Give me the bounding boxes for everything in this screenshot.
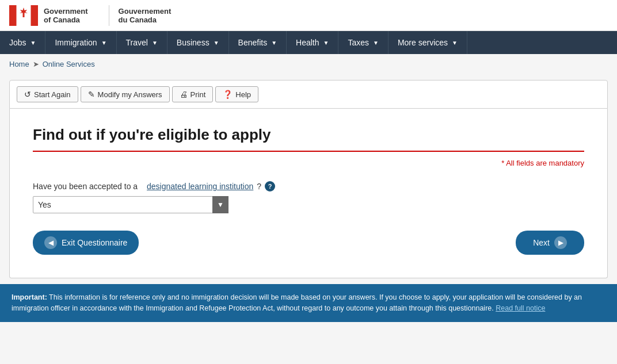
form-area: Find out if you're eligible to apply * A… [9,109,608,278]
chevron-down-icon: ▼ [31,40,36,46]
breadcrumb: Home ➤ Online Services [0,54,617,74]
breadcrumb-arrow-icon: ➤ [33,60,39,68]
mandatory-note: * All fields are mandatory [33,159,584,167]
important-label: Important: [12,293,47,301]
chevron-down-icon: ▼ [373,40,379,46]
chevron-down-icon: ▼ [214,40,219,46]
read-full-notice-link[interactable]: Read full notice [496,304,545,312]
pencil-icon: ✎ [88,90,95,99]
footer-notice: Important: This information is for refer… [0,284,617,322]
next-button[interactable]: Next ▶ [516,231,584,255]
nav-item-business[interactable]: Business ▼ [167,31,229,54]
exit-questionnaire-button[interactable]: ◀ Exit Questionnaire [33,231,139,255]
chevron-down-icon: ▼ [152,40,158,46]
chevron-down-icon: ▼ [323,40,329,46]
nav-item-immigration[interactable]: Immigration ▼ [45,31,116,54]
chevron-down-icon: ▼ [271,40,277,46]
arrow-right-icon: ▶ [554,236,567,249]
main-container: ↺ Start Again ✎ Modify my Answers 🖨 Prin… [3,80,614,278]
refresh-icon: ↺ [24,90,31,99]
arrow-left-icon: ◀ [44,236,57,249]
question-label: Have you been accepted to a designated l… [33,181,584,191]
modify-answers-button[interactable]: ✎ Modify my Answers [81,86,170,102]
form-title: Find out if you're eligible to apply [33,126,584,152]
action-buttons: ◀ Exit Questionnaire Next ▶ [33,231,584,255]
designated-learning-link[interactable]: designated learning institution [147,182,253,191]
print-icon: 🖨 [180,90,188,99]
canada-logo: Government of Canada [9,5,88,26]
breadcrumb-home[interactable]: Home [9,60,29,68]
nav-item-taxes[interactable]: Taxes ▼ [338,31,388,54]
answer-select-wrapper: Yes No ▼ [33,196,228,213]
form-toolbar: ↺ Start Again ✎ Modify my Answers 🖨 Prin… [9,80,608,109]
nav-item-more-services[interactable]: More services ▼ [389,31,467,54]
svg-rect-2 [31,5,39,26]
chevron-down-icon: ▼ [101,40,107,46]
breadcrumb-online-services[interactable]: Online Services [43,60,95,68]
help-icon: ❓ [223,90,233,99]
start-again-button[interactable]: ↺ Start Again [17,86,78,102]
main-nav: Jobs ▼ Immigration ▼ Travel ▼ Business ▼… [0,31,617,54]
canada-flag-icon [9,5,38,26]
page-header: Government of Canada Gouvernement du Can… [0,0,617,31]
nav-item-health[interactable]: Health ▼ [287,31,338,54]
name-divider [109,5,109,26]
question-row: Have you been accepted to a designated l… [33,181,584,213]
question-help-icon[interactable]: ? [265,181,275,191]
svg-rect-1 [9,5,17,26]
print-button[interactable]: 🖨 Print [172,86,214,102]
help-button[interactable]: ❓ Help [215,86,258,102]
nav-item-jobs[interactable]: Jobs ▼ [0,31,45,54]
chevron-down-icon: ▼ [452,40,458,46]
gov-name-fr: Gouvernement du Canada [119,7,172,24]
answer-select[interactable]: Yes No [33,196,228,213]
svg-rect-4 [23,13,25,17]
nav-item-benefits[interactable]: Benefits ▼ [229,31,287,54]
nav-item-travel[interactable]: Travel ▼ [117,31,167,54]
gov-name-en: Government of Canada [44,7,88,24]
